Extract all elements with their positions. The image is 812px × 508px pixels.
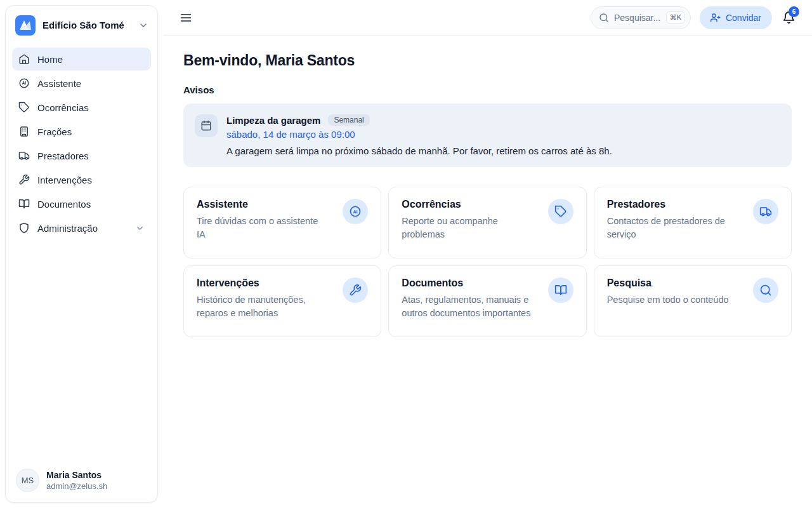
card-description: Contactos de prestadores de serviço bbox=[607, 215, 737, 241]
book-icon bbox=[18, 198, 30, 210]
calendar-icon bbox=[195, 114, 218, 137]
user-plus-icon bbox=[710, 13, 721, 23]
card-assistente[interactable]: Assistente Tire dúvidas com o assistente… bbox=[183, 187, 381, 258]
card-prestadores[interactable]: Prestadores Contactos de prestadores de … bbox=[594, 187, 792, 258]
card-description: Histórico de manutenções, reparos e melh… bbox=[197, 293, 327, 320]
card-title: Intervenções bbox=[197, 277, 327, 289]
card-pesquisa[interactable]: Pesquisa Pesquise em todo o conteúdo bbox=[594, 265, 792, 337]
book-icon bbox=[548, 277, 573, 303]
shield-icon bbox=[18, 222, 30, 234]
wrench-icon bbox=[343, 277, 368, 303]
quick-links-grid: Assistente Tire dúvidas com o assistente… bbox=[183, 187, 792, 337]
notice-badge: Semanal bbox=[328, 114, 369, 126]
notices-heading: Avisos bbox=[183, 84, 792, 95]
building-switcher[interactable]: Edifício São Tomé bbox=[6, 6, 157, 44]
notice-date-link[interactable]: sábado, 14 de março às 09:00 bbox=[226, 129, 612, 140]
user-menu[interactable]: MS Maria Santos admin@zelus.sh bbox=[6, 460, 157, 502]
sidebar: Edifício São Tomé Home AI Assistente Oco… bbox=[5, 5, 158, 503]
building-name: Edifício São Tomé bbox=[43, 20, 132, 30]
tag-icon bbox=[18, 102, 30, 113]
notice-body: A garagem será limpa no próximo sábado d… bbox=[226, 145, 612, 156]
card-title: Pesquisa bbox=[607, 277, 729, 289]
notifications-button[interactable]: 6 bbox=[781, 10, 797, 25]
main-area: Pesquisar... ⌘K Convidar 6 Bem-vindo, Ma… bbox=[163, 0, 812, 508]
chevron-down-icon bbox=[138, 20, 148, 30]
page-title: Bem-vindo, Maria Santos bbox=[183, 52, 792, 69]
truck-icon bbox=[18, 150, 30, 161]
sidebar-item-label: Prestadores bbox=[37, 150, 89, 161]
search-icon bbox=[599, 13, 609, 23]
user-email: admin@zelus.sh bbox=[46, 481, 107, 491]
sidebar-item-label: Home bbox=[37, 54, 63, 65]
sidebar-item-label: Ocorrências bbox=[37, 102, 89, 113]
sidebar-item-fracoes[interactable]: Frações bbox=[12, 120, 151, 143]
sidebar-item-administracao[interactable]: Administração bbox=[12, 217, 151, 239]
sidebar-nav: Home AI Assistente Ocorrências Frações P… bbox=[6, 44, 157, 243]
invite-button[interactable]: Convidar bbox=[700, 6, 772, 29]
sidebar-item-label: Administração bbox=[37, 223, 98, 234]
sidebar-item-label: Frações bbox=[37, 126, 72, 137]
sidebar-item-documentos[interactable]: Documentos bbox=[12, 192, 151, 215]
chevron-down-icon bbox=[135, 224, 145, 233]
card-title: Documentos bbox=[402, 277, 532, 289]
card-description: Pesquise em todo o conteúdo bbox=[607, 293, 729, 307]
card-description: Tire dúvidas com o assistente IA bbox=[197, 215, 327, 241]
sidebar-item-ocorrencias[interactable]: Ocorrências bbox=[12, 96, 151, 119]
assistant-icon: AI bbox=[18, 77, 30, 89]
search-placeholder: Pesquisar... bbox=[614, 13, 661, 23]
sidebar-item-label: Documentos bbox=[37, 199, 91, 210]
menu-icon[interactable] bbox=[177, 9, 195, 27]
sidebar-item-assistente[interactable]: AI Assistente bbox=[12, 72, 151, 95]
svg-text:AI: AI bbox=[22, 81, 27, 85]
topbar: Pesquisar... ⌘K Convidar 6 bbox=[163, 0, 812, 36]
sidebar-item-label: Assistente bbox=[37, 78, 81, 89]
ai-icon: AI bbox=[343, 199, 368, 224]
card-title: Assistente bbox=[197, 199, 327, 210]
avatar: MS bbox=[16, 469, 39, 492]
svg-text:AI: AI bbox=[353, 210, 358, 215]
search-shortcut: ⌘K bbox=[666, 11, 685, 23]
building-icon bbox=[18, 126, 30, 137]
search-icon bbox=[753, 277, 778, 303]
card-description: Atas, regulamentos, manuais e outros doc… bbox=[402, 293, 532, 320]
invite-label: Convidar bbox=[726, 13, 761, 23]
search-input[interactable]: Pesquisar... ⌘K bbox=[591, 6, 691, 29]
card-intervencoes[interactable]: Intervenções Histórico de manutenções, r… bbox=[183, 265, 381, 337]
card-title: Ocorrências bbox=[402, 199, 532, 210]
sidebar-item-label: Intervenções bbox=[37, 175, 92, 185]
page-content: Bem-vindo, Maria Santos Avisos Limpeza d… bbox=[163, 36, 812, 508]
app-logo bbox=[15, 15, 36, 36]
card-description: Reporte ou acompanhe problemas bbox=[402, 215, 532, 241]
user-name: Maria Santos bbox=[46, 470, 107, 480]
notice-title: Limpeza da garagem bbox=[226, 115, 320, 126]
sidebar-item-intervencoes[interactable]: Intervenções bbox=[12, 168, 151, 191]
home-icon bbox=[18, 53, 30, 65]
tag-icon bbox=[548, 199, 573, 224]
wrench-icon bbox=[18, 174, 30, 185]
card-documentos[interactable]: Documentos Atas, regulamentos, manuais e… bbox=[388, 265, 586, 337]
truck-icon bbox=[753, 199, 778, 224]
notification-count-badge: 6 bbox=[789, 6, 799, 17]
card-ocorrencias[interactable]: Ocorrências Reporte ou acompanhe problem… bbox=[388, 187, 586, 258]
sidebar-item-home[interactable]: Home bbox=[12, 48, 151, 70]
sidebar-item-prestadores[interactable]: Prestadores bbox=[12, 144, 151, 167]
card-title: Prestadores bbox=[607, 199, 737, 210]
notice-card[interactable]: Limpeza da garagem Semanal sábado, 14 de… bbox=[183, 104, 792, 167]
